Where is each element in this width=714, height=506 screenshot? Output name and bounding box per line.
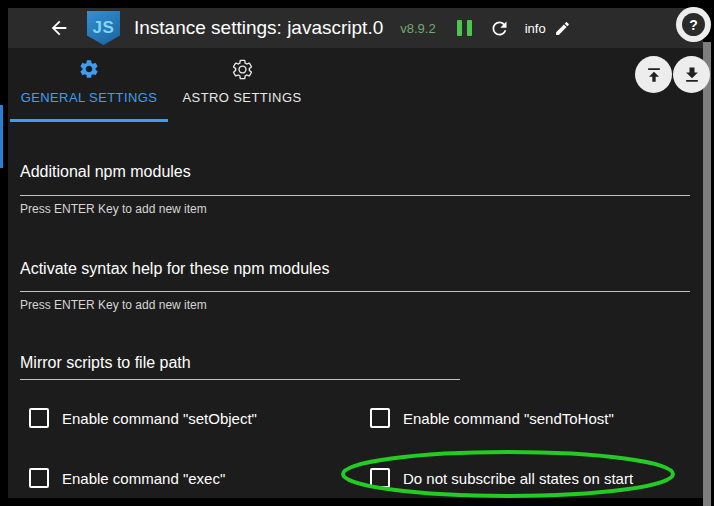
helper-text: Press ENTER Key to add new item — [20, 202, 690, 216]
field-label: Activate syntax help for these npm modul… — [20, 260, 690, 278]
back-arrow-icon — [48, 17, 70, 39]
field-additional-npm-modules: Additional npm modules Press ENTER Key t… — [20, 163, 690, 216]
checkbox-label: Enable command "sendToHost" — [403, 410, 614, 427]
tab-label: ASTRO SETTINGS — [182, 90, 301, 105]
upload-icon — [644, 65, 664, 85]
log-level-label[interactable]: info — [525, 21, 546, 36]
gear-outline-icon — [231, 57, 254, 81]
version-badge: v8.9.2 — [400, 21, 435, 36]
checkbox-item-exec: Enable command "exec" — [29, 468, 370, 488]
screenshot-root: JS Instance settings: javascript.0 v8.9.… — [0, 0, 714, 506]
logo-text: JS — [93, 18, 115, 38]
tab-label: GENERAL SETTINGS — [21, 90, 158, 105]
syntax-help-input[interactable] — [20, 278, 690, 292]
checkbox-item-sendtohost: Enable command "sendToHost" — [370, 408, 711, 428]
helper-text: Press ENTER Key to add new item — [20, 298, 690, 312]
left-accent-bar — [0, 105, 3, 168]
npm-modules-input[interactable] — [20, 182, 690, 196]
vertical-scrollbar[interactable] — [703, 42, 711, 506]
checkbox-item-no-subscribe: Do not subscribe all states on start — [370, 468, 711, 488]
download-config-button[interactable] — [673, 56, 710, 93]
pause-icon — [457, 20, 472, 36]
upload-config-button[interactable] — [635, 56, 672, 93]
restart-instance-button[interactable] — [489, 18, 510, 39]
refresh-icon — [489, 18, 510, 39]
checkbox-item-setobject: Enable command "setObject" — [29, 408, 370, 428]
checkbox-row: Enable command "setObject" Enable comman… — [29, 408, 711, 428]
field-label: Additional npm modules — [20, 163, 690, 181]
checkbox-unchecked-icon[interactable] — [29, 408, 49, 428]
download-icon — [682, 65, 702, 85]
back-button[interactable] — [48, 17, 70, 39]
checkbox-label: Do not subscribe all states on start — [403, 470, 633, 487]
instance-settings-dialog: JS Instance settings: javascript.0 v8.9.… — [8, 8, 703, 498]
javascript-adapter-logo: JS — [87, 11, 120, 45]
tab-astro-settings[interactable]: ASTRO SETTINGS — [168, 56, 316, 122]
checkbox-row: Enable command "exec" Do not subscribe a… — [29, 468, 711, 488]
field-mirror-path: Mirror scripts to file path — [20, 354, 460, 380]
scrollbar-thumb[interactable] — [703, 42, 711, 506]
pause-instance-button[interactable] — [457, 20, 472, 36]
gear-icon — [78, 57, 100, 81]
checkbox-label: Enable command "setObject" — [62, 410, 257, 427]
checkbox-unchecked-icon[interactable] — [370, 408, 390, 428]
app-bar: JS Instance settings: javascript.0 v8.9.… — [8, 8, 703, 48]
help-button[interactable]: ? — [676, 7, 711, 42]
help-icon: ? — [682, 13, 705, 36]
tab-general-settings[interactable]: GENERAL SETTINGS — [10, 56, 168, 122]
pencil-icon — [554, 20, 571, 37]
checkbox-unchecked-icon[interactable] — [29, 468, 49, 488]
tab-bar: GENERAL SETTINGS ASTRO SETTINGS — [10, 56, 316, 122]
field-syntax-help-modules: Activate syntax help for these npm modul… — [20, 260, 690, 312]
page-title: Instance settings: javascript.0 — [134, 17, 383, 39]
checkbox-unchecked-icon[interactable] — [370, 468, 390, 488]
checkbox-label: Enable command "exec" — [62, 470, 225, 487]
edit-log-level-button[interactable] — [554, 20, 571, 37]
